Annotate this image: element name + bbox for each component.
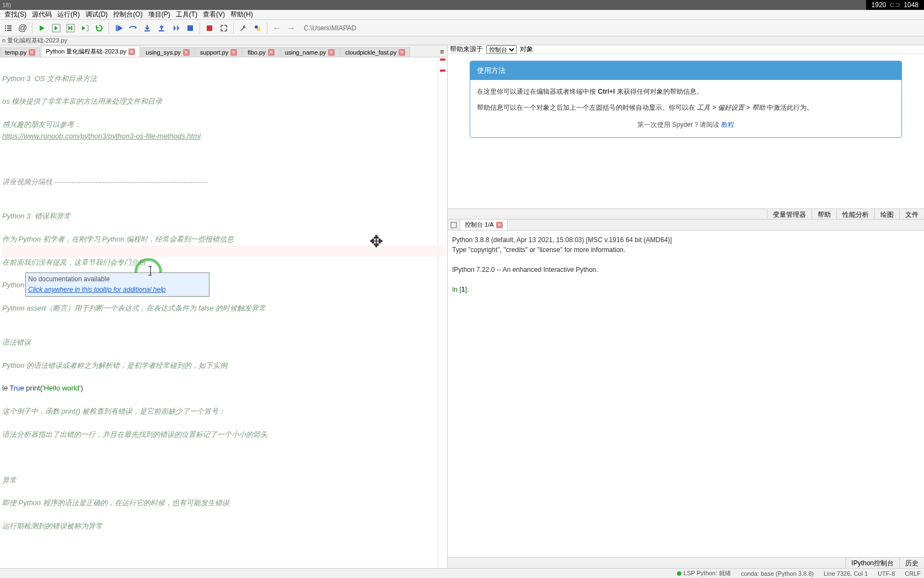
- run-cell-icon[interactable]: [50, 22, 62, 34]
- toolbar: @ ← → C:\Users\MIAPAD: [0, 20, 924, 36]
- menu-debug[interactable]: 调试(D): [83, 10, 110, 19]
- expand-icon[interactable]: [218, 22, 230, 34]
- help-card: 使用方法 在这里你可以通过在编辑器或者终端中按 Ctrl+I 来获得任何对象的帮…: [470, 61, 902, 138]
- console-tab[interactable]: 控制台 1/A ✕: [460, 219, 508, 231]
- tab-label: cloudpickle_fast.py: [345, 49, 396, 56]
- menu-find[interactable]: 查找(S): [2, 10, 29, 19]
- menu-run[interactable]: 运行(R): [55, 10, 82, 19]
- tooltip-link[interactable]: Click anywhere in this tooltip for addit…: [28, 285, 207, 295]
- tutorial-link[interactable]: 教程: [721, 121, 734, 129]
- code-url: https://www.runoob.com/python3/python3-o…: [2, 131, 445, 142]
- menu-console[interactable]: 控制台(O): [111, 10, 144, 19]
- help-object-label: 对象: [520, 45, 533, 54]
- move-cursor-icon: ✥: [369, 228, 383, 255]
- tab-variable-explorer[interactable]: 变量管理器: [767, 209, 812, 219]
- titlebar-text: 18): [2, 2, 11, 8]
- continue-icon[interactable]: [170, 22, 182, 34]
- console-menu-icon[interactable]: [450, 221, 458, 229]
- close-icon[interactable]: ✕: [29, 49, 35, 56]
- right-panel: 帮助来源于 控制台 对象 使用方法 在这里你可以通过在编辑器或者终端中按 Ctr…: [448, 45, 924, 568]
- tab-profiler[interactable]: 性能分析: [836, 209, 874, 219]
- scrollbar[interactable]: [437, 57, 447, 568]
- close-icon[interactable]: ✕: [268, 49, 275, 56]
- forward-icon[interactable]: →: [285, 22, 297, 34]
- text-cursor-icon: [148, 266, 151, 276]
- help-source-label: 帮助来源于: [450, 45, 483, 54]
- help-card-title: 使用方法: [470, 61, 901, 80]
- step-out-icon[interactable]: [155, 22, 168, 34]
- python-icon[interactable]: [251, 22, 264, 34]
- tab-usingsys[interactable]: using_sys.py✕: [141, 47, 195, 57]
- tab-fibo[interactable]: fibo.py✕: [243, 47, 279, 57]
- code-line: 异常: [2, 475, 445, 486]
- run-selection-icon[interactable]: [79, 22, 91, 34]
- code-line: 这个例子中，函数 print() 被检查到有错误，是它前面缺少了一个冒号：: [2, 406, 445, 418]
- menu-project[interactable]: 项目(P): [146, 10, 173, 19]
- step-into-icon[interactable]: [141, 22, 153, 34]
- status-eol[interactable]: CRLF: [905, 570, 921, 577]
- tab-main[interactable]: Python 量化编程基础-2023.py✕: [41, 46, 140, 57]
- menubar: 查找(S) 源代码 运行(R) 调试(D) 控制台(O) 项目(P) 工具(T)…: [0, 10, 924, 20]
- tab-options-icon[interactable]: ≡: [437, 47, 447, 57]
- status-lsp[interactable]: LSP Python: 就绪: [677, 569, 731, 577]
- status-line-col[interactable]: Line 7326, Col 1: [824, 570, 868, 577]
- right-pane-tabs: 变量管理器 帮助 性能分析 绘图 文件: [448, 208, 924, 220]
- menu-view[interactable]: 查看(V): [201, 10, 227, 19]
- tab-temp[interactable]: temp.py✕: [0, 47, 40, 57]
- close-icon[interactable]: ✕: [183, 49, 190, 56]
- tooltip-text: No documentation available: [28, 274, 207, 285]
- stop-icon[interactable]: [203, 22, 216, 34]
- close-icon[interactable]: ✕: [496, 222, 503, 228]
- console-output[interactable]: Python 3.8.8 (default, Apr 13 2021, 15:0…: [448, 231, 924, 557]
- status-dot-icon: [677, 571, 681, 576]
- menu-help[interactable]: 帮助(H): [228, 10, 255, 19]
- tab-help[interactable]: 帮助: [812, 209, 836, 219]
- console-tab-label: 控制台 1/A: [465, 221, 494, 229]
- console-tabs: 控制台 1/A ✕: [448, 220, 924, 231]
- status-conda[interactable]: conda: base (Python 3.8.8): [741, 570, 814, 577]
- code-line: 运行期检测到的错误被称为异常: [2, 521, 445, 532]
- step-over-icon[interactable]: [127, 22, 139, 34]
- debug-icon[interactable]: [112, 22, 125, 34]
- close-icon[interactable]: ✕: [230, 49, 237, 56]
- help-source-select[interactable]: 控制台: [486, 45, 517, 54]
- tab-cloudpickle[interactable]: cloudpickle_fast.py✕: [340, 47, 410, 57]
- svg-rect-2: [187, 25, 193, 31]
- code-separator: 讲座视频分隔线 --------------------------------…: [2, 176, 445, 188]
- wrench-icon[interactable]: [237, 22, 249, 34]
- run-icon[interactable]: [36, 22, 48, 34]
- close-icon[interactable]: ✕: [128, 49, 135, 55]
- close-icon[interactable]: ✕: [328, 49, 335, 56]
- code-line: 感兴趣的朋友可以参考：: [2, 119, 445, 131]
- outline-icon[interactable]: [2, 22, 14, 34]
- tab-files[interactable]: 文件: [899, 209, 924, 219]
- doc-tooltip[interactable]: No documentation available Click anywher…: [25, 272, 209, 297]
- code-line: Python 的语法错误或者称之为解析错，是初学者经常碰到的，如下实例: [2, 360, 445, 372]
- code-line: 语法错误: [2, 337, 445, 349]
- os-titlebar: 18): [0, 0, 924, 10]
- tab-history[interactable]: 历史: [899, 558, 924, 568]
- tab-plots[interactable]: 绘图: [874, 209, 899, 219]
- stop-debug-icon[interactable]: [184, 22, 196, 34]
- code-editor[interactable]: Python 3 OS 文件和目录方法 os 模块提供了非常丰富的方法用来处理文…: [0, 57, 447, 568]
- tab-label: fibo.py: [248, 49, 265, 56]
- tab-ipython-console[interactable]: IPython控制台: [845, 558, 899, 568]
- menu-tools[interactable]: 工具(T): [174, 10, 200, 19]
- run-cell-advance-icon[interactable]: [65, 22, 77, 34]
- back-icon[interactable]: ←: [271, 22, 283, 34]
- editor-breadcrumb: n 量化编程基础-2023.py: [0, 36, 924, 45]
- menu-source[interactable]: 源代码: [30, 10, 54, 19]
- tab-usingname[interactable]: using_name.py✕: [280, 47, 340, 57]
- code-line: os 模块提供了非常丰富的方法用来处理文件和目录: [2, 96, 445, 108]
- statusbar: LSP Python: 就绪 conda: base (Python 3.8.8…: [0, 568, 924, 578]
- at-icon[interactable]: @: [17, 22, 29, 34]
- path-display[interactable]: C:\Users\MIAPAD: [304, 24, 922, 32]
- resolution-badge: 1920 ⊂⊃ 1048: [866, 0, 924, 10]
- tab-label: using_name.py: [285, 49, 326, 56]
- status-encoding[interactable]: UTF-8: [878, 570, 895, 577]
- tab-label: support.py: [200, 49, 228, 56]
- help-body: 使用方法 在这里你可以通过在编辑器或者终端中按 Ctrl+I 来获得任何对象的帮…: [448, 54, 924, 208]
- close-icon[interactable]: ✕: [399, 49, 405, 56]
- tab-support[interactable]: support.py✕: [195, 47, 242, 57]
- rerun-icon[interactable]: [93, 22, 105, 34]
